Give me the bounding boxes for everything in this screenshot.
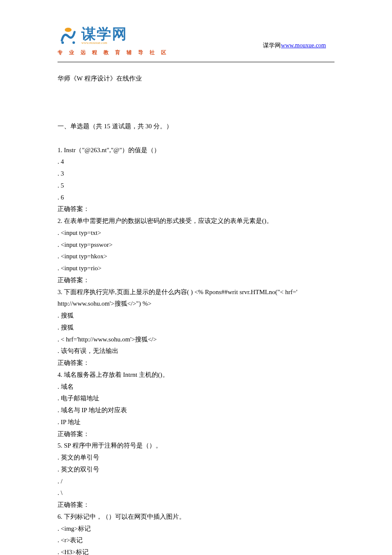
q2-option-b: . <input typ=psswor> [58,239,334,251]
q3-option-d: . 该句有误，无法输出 [58,345,334,357]
q6-option-c: . <H3>标记 [58,546,334,555]
q6-option-a: . <img>标记 [58,523,334,535]
q3-stem-line1: 3. 下面程序执行完毕,页面上显示的是什么内容( ) <% Rpons##wri… [58,286,334,298]
section-heading: 一、单选题（共 15 道试题，共 30 分。） [58,121,334,133]
site-label: 谋学网 [263,42,281,49]
q5-option-d: . \ [58,487,334,499]
q4-option-b: . 电子邮箱地址 [58,393,334,405]
q4-option-c: . 域名与 IP 地址的对应表 [58,405,334,416]
doc-title: 华师《W 程序设计》在线作业 [58,73,334,85]
q5-option-b: . 英文的双引号 [58,464,334,476]
q4-option-a: . 域名 [58,381,334,393]
q1-answer: 正确答案： [58,203,334,215]
header-divider [58,62,334,62]
q3-option-b: . 搜狐 [58,322,334,334]
q3-option-c: . < hrf='http://www.sohu.om'>搜狐</> [58,334,334,346]
svg-point-2 [72,41,75,44]
q1-option-a: . 4 [58,156,334,168]
q2-option-c: . <input typ=hkox> [58,251,334,263]
q3-answer: 正确答案： [58,357,334,369]
svg-point-0 [65,28,72,32]
q5-stem: 5. SP 程序中用于注释的符号是（）。 [58,440,334,452]
q4-option-d: . IP 地址 [58,416,334,428]
header-link-area: 谋学网www.mouxue.com [263,40,326,51]
svg-point-1 [61,41,64,44]
q2-option-d: . <input typ=rio> [58,263,334,275]
logo-text: 谋学网 [81,26,127,41]
q2-option-a: . <input typ=txt> [58,227,334,239]
q4-answer: 正确答案： [58,428,334,440]
q1-stem: 1. Instr（"@263.nt","@"）的值是（） [58,145,334,156]
page-header: 谋学网 www.mouxue.com 专 业 远 程 教 育 辅 导 社 区 谋… [0,0,392,62]
logo-icon [58,26,79,47]
q5-option-a: . 英文的单引号 [58,452,334,464]
document-body: 华师《W 程序设计》在线作业 一、单选题（共 15 道试题，共 30 分。） 1… [0,73,392,555]
q1-option-c: . 5 [58,180,334,192]
q5-option-c: . / [58,476,334,488]
q1-option-b: . 3 [58,168,334,180]
q2-answer: 正确答案： [58,275,334,286]
q2-stem: 2. 在表单中需要把用户的数据以密码的形式接受，应该定义的表单元素是()。 [58,215,334,227]
q5-answer: 正确答案： [58,499,334,511]
q3-option-a: . 搜狐 [58,310,334,322]
logo-tagline: 专 业 远 程 教 育 辅 导 社 区 [58,48,169,57]
site-url-link[interactable]: www.mouxue.com [281,42,326,49]
q6-stem: 6. 下列标记中，（）可以在网页中插入图片。 [58,511,334,523]
q4-stem: 4. 域名服务器上存放着 Intrnt 主机的()。 [58,369,334,381]
q6-option-b: . <r>表记 [58,535,334,546]
q3-stem-line2: http://www.sohu.om'>搜狐</>") %> [58,298,334,310]
q1-option-d: . 6 [58,192,334,204]
site-logo: 谋学网 www.mouxue.com 专 业 远 程 教 育 辅 导 社 区 [58,26,169,57]
